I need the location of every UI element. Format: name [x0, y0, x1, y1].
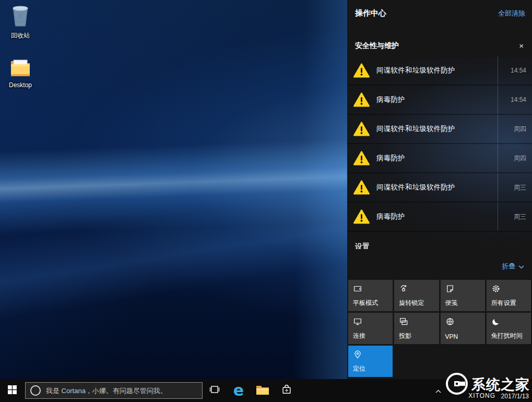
action-center-title: 操作中心 [355, 8, 386, 18]
notification-item[interactable]: 病毒防护 周三 [347, 203, 532, 232]
notification-group-title: 安全性与维护 [355, 41, 399, 51]
tile-label: 连接 [353, 332, 365, 340]
notification-time: 14:54 [498, 86, 532, 114]
notification-item[interactable]: 病毒防护 周四 [347, 144, 532, 173]
connect-icon [353, 317, 362, 326]
notification-title: 间谍软件和垃圾软件防护 [376, 183, 498, 192]
quick-action-all-settings[interactable]: 所有设置 [487, 280, 531, 311]
settings-gear-icon [491, 284, 501, 293]
tile-label: 定位 [353, 364, 365, 373]
file-explorer-icon [256, 384, 269, 397]
tile-label: 免打扰时间 [491, 332, 523, 340]
edge-browser-button[interactable]: e [227, 379, 251, 402]
cortana-circle-icon [30, 385, 41, 396]
store-button[interactable] [275, 379, 299, 402]
quick-action-rotation-lock[interactable]: 旋转锁定 [394, 280, 439, 311]
quick-actions-grid: 平板模式 旋转锁定 便笺 所有设置 [348, 280, 531, 377]
desktop-folder-shortcut[interactable]: Desktop [0, 57, 41, 89]
search-input[interactable] [45, 386, 197, 395]
warning-icon [353, 63, 370, 79]
chevron-down-icon [518, 263, 524, 270]
project-icon [399, 317, 408, 326]
warning-icon [353, 150, 370, 167]
tile-label: 投影 [399, 332, 411, 340]
notification-time: 周四 [498, 144, 532, 172]
quick-action-project[interactable]: 投影 [394, 313, 439, 344]
tray-show-hidden-icons[interactable] [432, 379, 444, 402]
desktop-folder-label: Desktop [0, 81, 41, 89]
warning-icon [353, 180, 370, 196]
recycle-bin-shortcut[interactable]: 回收站 [0, 4, 41, 40]
collapse-label: 折叠 [502, 262, 515, 271]
quick-action-quiet-hours[interactable]: 免打扰时间 [487, 313, 531, 344]
action-center-header: 操作中心 全部清除 [355, 8, 525, 18]
notification-item[interactable]: 间谍软件和垃圾软件防护 14:54 [347, 56, 532, 86]
start-button[interactable] [0, 379, 24, 402]
notification-item[interactable]: 病毒防护 14:54 [347, 86, 532, 115]
notification-time: 周三 [498, 173, 532, 202]
notification-group-header: 安全性与维护 × [355, 41, 527, 51]
vpn-icon [445, 317, 455, 326]
recycle-bin-icon [9, 22, 32, 30]
rotation-lock-icon [399, 284, 408, 293]
taskbar: e 2017/1/13 [0, 379, 532, 402]
notification-list: 间谍软件和垃圾软件防护 14:54 病毒防护 14:54 间谍软件和垃圾软件防护… [347, 56, 532, 232]
tile-label: 便笺 [445, 299, 458, 308]
tablet-mode-icon [353, 284, 362, 293]
quick-action-connect[interactable]: 连接 [348, 313, 393, 344]
tile-label: VPN [445, 333, 458, 340]
task-view-button[interactable] [203, 379, 227, 402]
notification-title: 病毒防护 [376, 212, 498, 221]
notification-item[interactable]: 间谍软件和垃圾软件防护 周三 [347, 173, 532, 203]
notification-time: 周四 [498, 115, 532, 143]
notification-time: 14:54 [498, 56, 532, 85]
tile-label: 平板模式 [353, 299, 378, 308]
note-icon [445, 284, 455, 293]
notification-title: 间谍软件和垃圾软件防护 [376, 124, 498, 134]
notification-item[interactable]: 间谍软件和垃圾软件防护 周四 [347, 115, 532, 144]
file-explorer-button[interactable] [251, 379, 275, 402]
quick-action-tablet-mode[interactable]: 平板模式 [348, 280, 393, 311]
notification-title: 间谍软件和垃圾软件防护 [376, 66, 498, 75]
quick-action-note[interactable]: 便笺 [441, 280, 485, 311]
warning-icon [353, 209, 370, 225]
warning-icon [353, 121, 370, 137]
quick-action-location[interactable]: 定位 [348, 346, 393, 377]
folder-icon [9, 73, 32, 80]
notification-title: 病毒防护 [376, 153, 498, 163]
tile-label: 旋转锁定 [399, 299, 424, 308]
windows-logo-icon [8, 385, 17, 396]
collapse-link[interactable]: 折叠 [502, 262, 524, 271]
edge-icon: e [233, 383, 244, 398]
close-group-button[interactable]: × [515, 41, 527, 51]
warning-icon [353, 92, 370, 108]
moon-icon [491, 317, 501, 326]
notification-time: 周三 [498, 203, 532, 231]
clear-all-link[interactable]: 全部清除 [498, 9, 525, 18]
task-view-icon [209, 385, 220, 396]
tile-label: 所有设置 [491, 299, 516, 308]
quick-action-vpn[interactable]: VPN [441, 313, 485, 344]
notification-title: 病毒防护 [376, 95, 498, 104]
taskbar-clock-date[interactable]: 2017/1/13 [501, 393, 529, 400]
cortana-search-box[interactable] [25, 382, 203, 399]
clipped-group-title: 设置 [355, 242, 370, 249]
action-center-panel: 操作中心 全部清除 安全性与维护 × 间谍软件和垃圾软件防护 14:54 病毒防… [347, 0, 532, 379]
location-pin-icon [353, 350, 362, 359]
desktop-wallpaper: 回收站 Desktop 操作中心 全部清除 安全性与维护 × [0, 0, 532, 379]
chevron-up-icon [435, 386, 441, 395]
store-bag-icon [281, 384, 292, 397]
recycle-bin-label: 回收站 [0, 31, 41, 40]
